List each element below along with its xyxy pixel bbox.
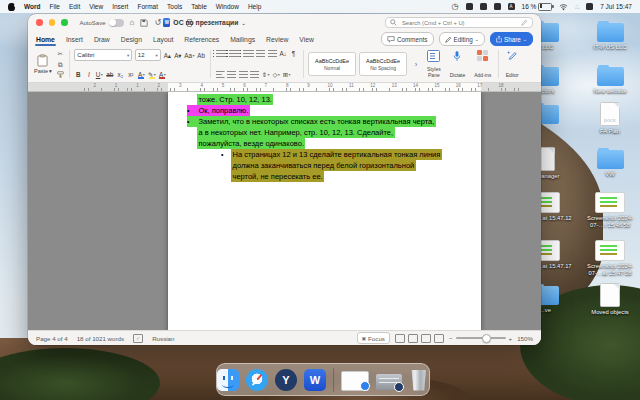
document-page[interactable]: • тоже. Стр. 10, 12, 13. • Ок, поправлю.… [168, 92, 481, 330]
ribbon-tab[interactable]: Insert [66, 34, 83, 45]
desktop-icon[interactable]: Screenshot 2024-07-…t 15.46.58 [583, 190, 637, 228]
page-indicator[interactable]: Page 4 of 4 [36, 335, 68, 342]
language-indicator[interactable]: Russian [152, 335, 174, 342]
search-box[interactable] [385, 17, 533, 28]
desktop-icon-image[interactable] [595, 240, 625, 261]
bullet-list-icon[interactable] [216, 50, 227, 58]
menu-item[interactable]: Window [216, 3, 239, 10]
underline-button[interactable]: U▾ [95, 70, 103, 79]
borders-button[interactable]: ⊞▾ [283, 70, 291, 79]
desktop-icon-image[interactable] [597, 150, 624, 169]
siri-icon[interactable]: ∴ [575, 3, 579, 10]
minimized-window-2[interactable] [376, 374, 402, 390]
shading-button[interactable]: ◇▾ [272, 70, 280, 79]
yandex-dock-icon[interactable]: Y [275, 369, 297, 391]
search-scope-icon[interactable] [521, 19, 528, 26]
word-count[interactable]: 18 of 1021 words [77, 335, 124, 342]
copy-icon[interactable]: ⧉ [58, 61, 63, 68]
grow-font-button[interactable]: A▴ [163, 51, 171, 60]
clock-icon[interactable]: ◷ [452, 3, 459, 10]
apple-menu-icon[interactable] [8, 3, 15, 11]
desktop-icon-image[interactable] [597, 23, 624, 42]
word-dock-icon[interactable]: W [304, 369, 326, 391]
zoom-percentage[interactable]: 150% [517, 335, 533, 342]
autosave-toggle[interactable] [109, 19, 124, 27]
styles-gallery-more-icon[interactable]: › [412, 60, 420, 69]
style-card[interactable]: AaBbCcDdEe Normal [308, 52, 356, 76]
menu-item[interactable]: Insert [112, 3, 128, 10]
menu-item[interactable]: Edit [69, 3, 80, 10]
outline-view-icon[interactable] [421, 334, 431, 343]
minimized-window-1[interactable] [341, 371, 369, 391]
ribbon-tab[interactable]: Home [36, 34, 55, 45]
ribbon-tab[interactable]: View [299, 34, 314, 45]
menu-item[interactable]: File [50, 3, 60, 10]
web-layout-view-icon[interactable] [408, 334, 418, 343]
ribbon-tab[interactable]: Draw [94, 34, 110, 45]
input-source-icon[interactable] [586, 3, 593, 10]
ribbon-tab[interactable]: References [184, 34, 219, 45]
undo-button[interactable]: ↺⌄ [154, 19, 166, 27]
desktop-icon[interactable]: IT-И US LLC [583, 20, 637, 51]
zoom-slider-track[interactable] [456, 337, 506, 338]
menu-item[interactable]: View [89, 3, 103, 10]
share-button[interactable]: Share ⌄ [490, 32, 533, 46]
addins-button[interactable]: Add-ins [472, 49, 493, 79]
show-formatting-button[interactable]: ¶ [290, 49, 298, 58]
editor-button[interactable]: Editor [504, 49, 521, 79]
menubar-app-icon-2[interactable] [480, 3, 487, 10]
menubar-datetime[interactable]: 7 Jul 15:47 [600, 3, 632, 10]
zoom-slider-knob[interactable] [482, 334, 491, 343]
finder-dock-icon[interactable] [217, 369, 239, 391]
ribbon-tab[interactable]: Layout [153, 34, 173, 45]
subscript-button[interactable]: x₂ [116, 70, 124, 79]
menubar-app-icon-4[interactable]: A [508, 3, 515, 10]
numbered-list-icon[interactable] [229, 50, 240, 58]
desktop-icon[interactable]: FA Plan [583, 102, 637, 135]
bold-button[interactable]: B [74, 70, 82, 79]
desktop-icon-image[interactable] [600, 283, 620, 307]
save-icon[interactable] [140, 19, 148, 27]
desktop-icon[interactable]: VW [583, 147, 637, 178]
justify-icon[interactable] [250, 71, 259, 79]
minimize-button[interactable] [49, 19, 56, 26]
font-size-select[interactable]: 12▾ [135, 49, 161, 61]
style-card[interactable]: AaBbCcDdEe No Spacing [359, 52, 407, 76]
superscript-button[interactable]: x² [127, 70, 135, 79]
menu-item[interactable]: Format [137, 3, 158, 10]
desktop-icon-image[interactable] [600, 102, 620, 126]
draft-view-icon[interactable] [434, 334, 444, 343]
format-painter-icon[interactable] [57, 71, 64, 78]
menubar-app-icon-3[interactable] [494, 3, 501, 10]
dictate-button[interactable]: Dictate [448, 49, 468, 79]
more-toolbar-icon[interactable]: ⋯ [200, 19, 208, 27]
sort-button[interactable]: A↓ [279, 49, 287, 58]
editing-button[interactable]: Editing ⌄ [439, 32, 485, 46]
change-case-button[interactable]: Aa▾ [184, 51, 194, 60]
desktop-icon-image[interactable] [595, 192, 625, 213]
line-spacing-button[interactable]: ⇕▾ [262, 70, 270, 79]
cut-icon[interactable]: ✂ [58, 50, 63, 57]
focus-mode-button[interactable]: ▣ Focus [357, 332, 390, 344]
paste-button[interactable]: Paste▾ [34, 49, 52, 79]
border-color-button[interactable]: A▾ [158, 70, 166, 79]
print-layout-view-icon[interactable] [395, 334, 405, 343]
menu-item[interactable]: Tools [167, 3, 182, 10]
proofing-status-icon[interactable]: ✓ [133, 334, 143, 343]
safari-dock-icon[interactable] [246, 369, 268, 391]
active-app-name[interactable]: Word [24, 3, 41, 10]
menu-item[interactable]: Help [248, 3, 261, 10]
zoom-in-icon[interactable]: + [509, 335, 513, 342]
close-button[interactable] [36, 19, 43, 26]
zoom-slider[interactable]: − + [449, 335, 512, 342]
align-right-icon[interactable] [239, 71, 248, 79]
font-name-select[interactable]: Calibri▾ [74, 49, 132, 61]
font-color-button[interactable]: A▾ [137, 70, 145, 79]
desktop-icon-image[interactable] [597, 67, 624, 86]
ribbon-tab[interactable]: Mailings [230, 34, 255, 45]
menubar-app-icon-1[interactable] [466, 3, 473, 10]
menu-item[interactable]: Table [191, 3, 207, 10]
zoom-button[interactable] [61, 19, 68, 26]
desktop-icon[interactable]: New website [583, 64, 637, 95]
italic-button[interactable]: I [85, 70, 93, 79]
